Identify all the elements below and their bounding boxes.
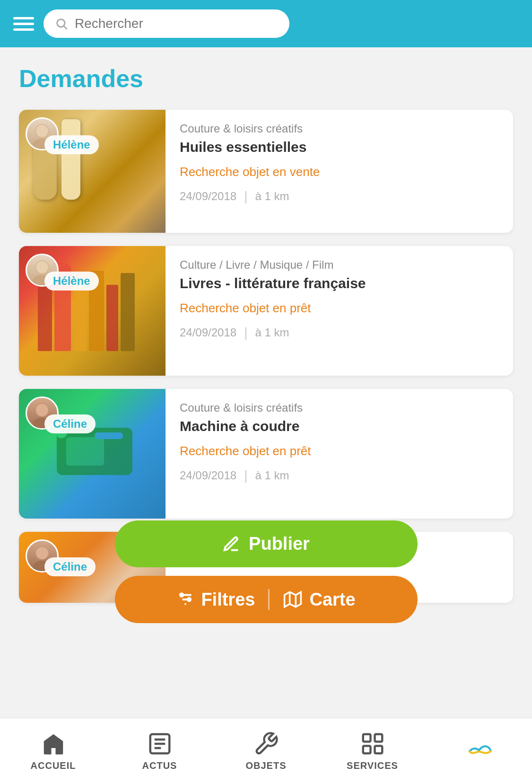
svg-point-27 — [180, 593, 183, 596]
carte-label: Carte — [309, 590, 355, 610]
svg-point-4 — [36, 125, 48, 137]
nav-handshake[interactable] — [426, 718, 532, 784]
user-badge: Hélène — [44, 272, 99, 291]
home-icon — [41, 731, 66, 757]
svg-rect-39 — [375, 746, 382, 754]
svg-rect-36 — [363, 734, 370, 742]
menu-button[interactable] — [13, 17, 34, 31]
card-image-wrap: Hélène — [19, 110, 166, 233]
services-icon — [360, 731, 385, 757]
main-content: Demandes Hélène Couture & loisirs créati… — [0, 47, 532, 603]
nav-actus-label: ACTUS — [142, 760, 177, 771]
card-category: Culture / Livre / Musique / Film — [180, 258, 499, 272]
nav-services-label: SERVICES — [347, 760, 398, 771]
card-date: 24/09/2018 — [180, 326, 236, 339]
card-date: 24/09/2018 — [180, 469, 236, 482]
bottom-nav: ACCUEIL ACTUS OBJETS SERVICES — [0, 718, 532, 784]
nav-objets[interactable]: OBJETS — [213, 718, 319, 784]
nav-actus[interactable]: ACTUS — [106, 718, 213, 784]
card-meta: 24/09/2018 | à 1 km — [180, 468, 499, 483]
card-type: Recherche objet en prêt — [180, 444, 499, 458]
svg-rect-15 — [66, 437, 104, 466]
card-info: Couture & loisirs créatifs Machine à cou… — [166, 389, 513, 519]
svg-point-13 — [36, 261, 48, 273]
card-meta: 24/09/2018 | à 1 km — [180, 189, 499, 204]
floating-buttons: Publier Filtres Carte — [115, 520, 418, 623]
filtres-carte-button[interactable]: Filtres Carte — [115, 576, 418, 623]
nav-accueil-label: ACCUEIL — [31, 760, 76, 771]
user-badge: Céline — [44, 414, 96, 433]
nav-objets-label: OBJETS — [245, 760, 286, 771]
nav-services[interactable]: SERVICES — [319, 718, 426, 784]
card-type: Recherche objet en vente — [180, 165, 499, 179]
svg-line-1 — [64, 26, 67, 29]
list-item[interactable]: Hélène Couture & loisirs créatifs Huiles… — [19, 110, 513, 233]
card-type: Recherche objet en prêt — [180, 301, 499, 316]
card-meta: 24/09/2018 | à 1 km — [180, 325, 499, 340]
handshake-icon — [466, 739, 492, 764]
filter-icon — [176, 590, 194, 608]
user-badge: Céline — [44, 557, 96, 576]
meta-divider: | — [244, 325, 247, 340]
button-divider — [268, 589, 270, 610]
card-title: Machine à coudre — [180, 418, 499, 434]
card-info: Couture & loisirs créatifs Huiles essent… — [166, 110, 513, 233]
carte-section: Carte — [283, 590, 355, 610]
svg-marker-29 — [285, 592, 301, 607]
card-image-wrap: Céline — [19, 389, 166, 519]
svg-rect-38 — [363, 746, 370, 754]
card-category: Couture & loisirs créatifs — [180, 401, 499, 414]
svg-rect-9 — [106, 285, 118, 351]
search-icon — [55, 17, 68, 30]
header — [0, 0, 532, 47]
publier-label: Publier — [249, 534, 310, 554]
filtres-section: Filtres — [176, 590, 255, 610]
tools-icon — [253, 731, 279, 757]
svg-rect-17 — [95, 432, 123, 439]
svg-point-23 — [36, 547, 48, 559]
svg-rect-37 — [375, 734, 382, 742]
news-icon — [147, 731, 173, 757]
meta-divider: | — [244, 468, 247, 483]
card-title: Huiles essentielles — [180, 139, 499, 155]
card-info: Culture / Livre / Musique / Film Livres … — [166, 246, 513, 376]
card-image-wrap: Hélène — [19, 246, 166, 376]
pencil-icon — [222, 535, 240, 553]
meta-divider: | — [244, 189, 247, 204]
card-title: Livres - littérature française — [180, 275, 499, 291]
page-title: Demandes — [19, 64, 513, 93]
svg-point-28 — [188, 598, 191, 601]
filtres-label: Filtres — [201, 590, 255, 610]
svg-rect-10 — [121, 273, 135, 351]
card-distance: à 1 km — [255, 190, 289, 203]
map-icon — [283, 590, 303, 608]
svg-point-0 — [57, 19, 65, 27]
publier-button[interactable]: Publier — [115, 520, 418, 567]
card-date: 24/09/2018 — [180, 190, 236, 203]
search-bar[interactable] — [44, 9, 289, 38]
svg-rect-7 — [73, 280, 87, 351]
list-item[interactable]: Céline Couture & loisirs créatifs Machin… — [19, 389, 513, 519]
search-input[interactable] — [75, 16, 278, 31]
nav-accueil[interactable]: ACCUEIL — [0, 718, 106, 784]
card-category: Couture & loisirs créatifs — [180, 122, 499, 135]
svg-point-20 — [36, 404, 48, 416]
card-distance: à 1 km — [255, 326, 289, 339]
list-item[interactable]: Hélène Culture / Livre / Musique / Film … — [19, 246, 513, 376]
user-badge: Hélène — [44, 135, 99, 154]
card-distance: à 1 km — [255, 469, 289, 482]
